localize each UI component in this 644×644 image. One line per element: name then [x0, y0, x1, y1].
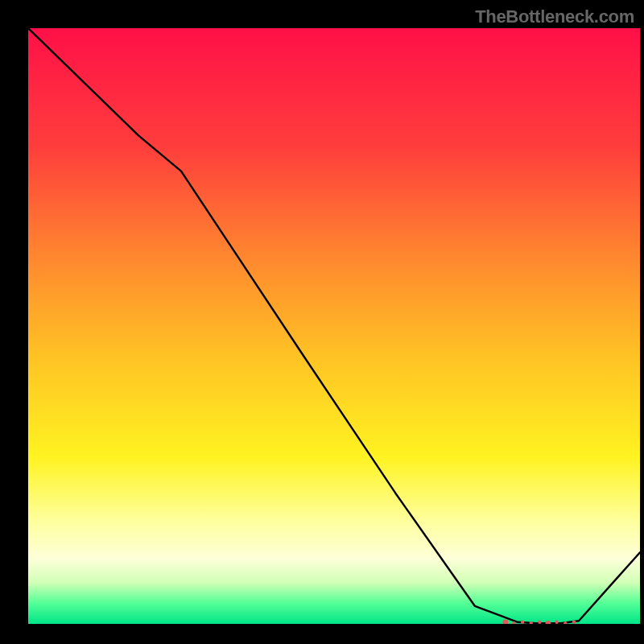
plot-area: [28, 28, 640, 624]
watermark-label: TheBottleneck.com: [475, 6, 634, 27]
gradient-rect: [28, 28, 640, 624]
heat-gradient-background: [28, 28, 640, 624]
chart-frame: TheBottleneck.com: [0, 0, 644, 644]
